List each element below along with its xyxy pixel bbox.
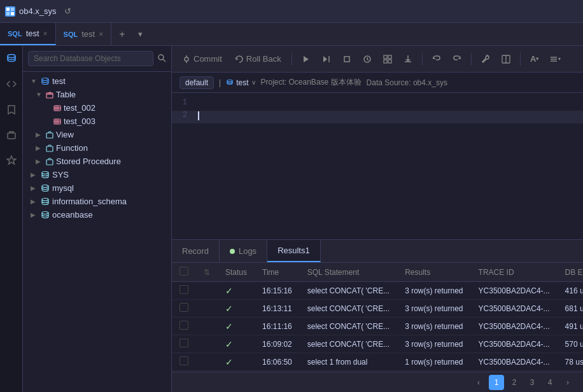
search-icon[interactable] (157, 53, 166, 64)
tab-bar: SQL test × SQL test × + ▾ (0, 23, 583, 46)
sidebar-icon-strip (0, 46, 23, 392)
prev-page-button[interactable]: ‹ (471, 375, 486, 390)
tab-sql-badge-2: SQL (64, 31, 78, 38)
search-input[interactable] (28, 51, 153, 66)
row-checkbox-cell-2[interactable] (172, 318, 196, 335)
tab-close-2[interactable]: × (99, 30, 103, 39)
tree-item-table[interactable]: ▼ Table (23, 88, 171, 101)
row-trace-0: YC3500BA2DAC4-... (471, 282, 558, 300)
font-dropdown-icon: ▾ (536, 56, 538, 62)
svg-point-36 (227, 80, 232, 81)
results-tab-logs[interactable]: Logs (220, 240, 267, 262)
menu-button[interactable]: ▾ (546, 50, 564, 68)
th-checkbox[interactable] (172, 263, 196, 282)
stop-button[interactable] (338, 50, 356, 68)
sidebar-icon-bookmark[interactable] (4, 102, 19, 117)
step-button[interactable] (318, 50, 335, 68)
row-checkbox-cell-1[interactable] (172, 300, 196, 318)
stop-icon (342, 55, 351, 64)
th-sql[interactable]: SQL Statement (300, 263, 397, 282)
tab-add-button[interactable]: + (111, 29, 132, 40)
sidebar-icon-code[interactable] (4, 76, 19, 92)
status-icon-0: ✓ (225, 286, 233, 296)
th-dbex[interactable]: DB Ex (558, 263, 583, 282)
results-tab-results1[interactable]: Results1 (267, 240, 321, 262)
row-status-3: ✓ (218, 335, 255, 353)
tree-item-information-schema[interactable]: ▶ information_schema (23, 195, 171, 208)
page-button-3[interactable]: 3 (524, 375, 540, 390)
line-number-1: 1 (172, 98, 195, 107)
tree-item-test002[interactable]: test_002 (23, 101, 171, 115)
tab-label-2: test (81, 29, 95, 39)
th-time[interactable]: Time (255, 263, 300, 282)
th-sort[interactable]: ⇅ (196, 263, 218, 282)
sidebar-icon-briefcase[interactable] (4, 127, 19, 143)
row-sql-3: select CONCAT( 'CRE... (300, 335, 397, 353)
editor-toolbar: Commit Roll Back (172, 46, 583, 73)
row-checkbox-cell-0[interactable] (172, 282, 196, 300)
session-label[interactable]: default (179, 76, 214, 89)
redo-button[interactable] (448, 50, 466, 68)
page-button-2[interactable]: 2 (507, 375, 522, 390)
tree-arrow-view: ▶ (36, 131, 43, 138)
schema-arrow: ∨ (251, 79, 256, 86)
row-time-1: 16:13:11 (255, 300, 300, 318)
tree-container: ▼ test ▼ Table test_002 (23, 72, 171, 392)
rollback-button[interactable]: Roll Back (230, 52, 286, 66)
tab-dropdown-button[interactable]: ▾ (133, 29, 148, 39)
tree-item-function[interactable]: ▶ Function (23, 141, 171, 155)
tree-label-stored-procedure: Stored Procedure (56, 157, 121, 166)
commit-button[interactable]: Commit (177, 52, 227, 66)
tree-item-test003[interactable]: test_003 (23, 115, 171, 128)
tree-item-sys[interactable]: ▶ SYS (23, 168, 171, 181)
tree-item-test[interactable]: ▼ test (23, 74, 171, 88)
svg-rect-27 (384, 55, 387, 59)
tree-icon-mysql-db (41, 184, 50, 193)
table-row: ✓ 16:13:11 select CONCAT( 'CRE... 3 row(… (172, 300, 583, 318)
download-button[interactable] (399, 50, 417, 68)
undo-button[interactable] (428, 50, 446, 68)
panel-button[interactable] (497, 50, 515, 68)
tab-close-1[interactable]: × (43, 29, 48, 38)
header-checkbox[interactable] (179, 267, 188, 276)
th-trace[interactable]: TRACE ID (471, 263, 558, 282)
session-schema[interactable]: test ∨ (226, 78, 255, 87)
datasource-label: Data Source: ob4.x_sys (367, 78, 447, 87)
line-number-2: 2 (172, 111, 195, 120)
wrench-button[interactable] (477, 50, 495, 68)
row-sql-4: select 1 from dual (300, 353, 397, 371)
svg-rect-9 (46, 93, 53, 98)
tree-item-view[interactable]: ▶ View (23, 128, 171, 141)
next-page-button[interactable]: › (560, 375, 575, 390)
grid-button[interactable] (379, 50, 397, 68)
results-table: ⇅ Status Time SQL Statement Results TRAC… (172, 263, 583, 372)
sidebar-icon-star[interactable] (4, 153, 19, 168)
tab-sql-test-1[interactable]: SQL test × (0, 23, 56, 45)
font-button[interactable]: A ▾ (526, 50, 544, 68)
row-checkbox-cell-4[interactable] (172, 353, 196, 371)
sidebar-icon-database[interactable] (4, 51, 19, 66)
th-results[interactable]: Results (397, 263, 470, 282)
tree-icon-test003 (53, 118, 61, 125)
table-row: ✓ 16:09:02 select CONCAT( 'CRE... 3 row(… (172, 335, 583, 353)
tree-label-test003: test_003 (64, 116, 95, 126)
row-checkbox-cell-3[interactable] (172, 335, 196, 353)
tree-item-stored-procedure[interactable]: ▶ Stored Procedure (23, 155, 171, 168)
page-button-1[interactable]: 1 (489, 375, 504, 390)
tree-label-oceanbase: oceanbase (52, 210, 93, 220)
history-button[interactable] (358, 50, 376, 68)
page-button-4[interactable]: 4 (542, 375, 558, 390)
tree-arrow-sys: ▶ (31, 171, 38, 178)
tree-item-mysql[interactable]: ▶ mysql (23, 181, 171, 195)
results-tab-record[interactable]: Record (172, 240, 220, 262)
tree-label-function: Function (56, 143, 88, 153)
th-status[interactable]: Status (218, 263, 255, 282)
code-editor[interactable]: 1 2 (172, 93, 583, 239)
tree-item-oceanbase[interactable]: ▶ oceanbase (23, 208, 171, 221)
run-button[interactable] (297, 50, 315, 68)
rollback-label: Roll Back (246, 54, 281, 64)
table-header-row: ⇅ Status Time SQL Statement Results TRAC… (172, 263, 583, 282)
tab-sql-test-2[interactable]: SQL test × (56, 23, 112, 45)
refresh-icon[interactable]: ↺ (64, 6, 71, 16)
tree-label-table: Table (56, 90, 76, 99)
